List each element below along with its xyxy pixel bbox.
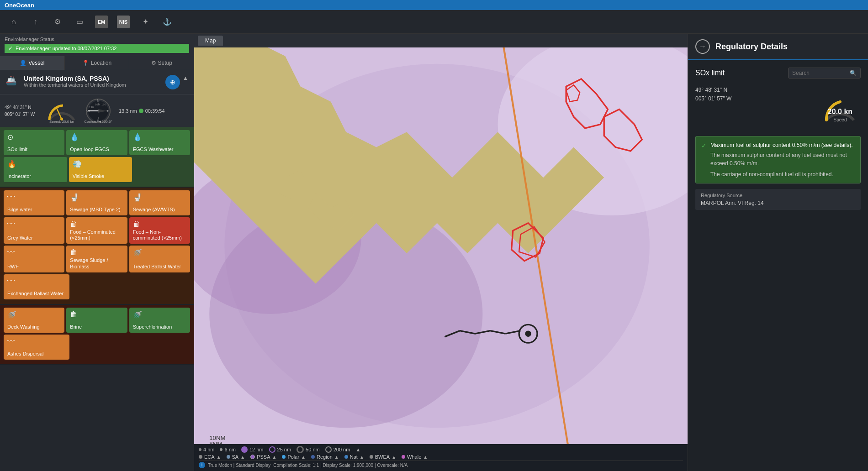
legend-25nm[interactable]: 25 nm xyxy=(269,446,291,453)
legend-region[interactable]: Region ▲ xyxy=(311,454,339,460)
legend-bwea[interactable]: BWEA ▲ xyxy=(370,454,396,460)
grey-water-cell[interactable]: 〰 Grey Water xyxy=(4,217,64,244)
right-coord-line1: 49° 48' 31" N xyxy=(695,86,731,94)
legend-12nm[interactable]: 12 nm xyxy=(241,446,264,453)
tab-location[interactable]: 📍 Location xyxy=(65,56,130,70)
tab-vessel[interactable]: 👤 Vessel xyxy=(0,56,65,70)
incinerator-label: Incinerator xyxy=(7,173,31,179)
orange-row-1: 〰 Bilge water 🚽 Sewage (MSD Type 2) 🚽 Se… xyxy=(4,190,190,215)
bilge-water-icon: 〰 xyxy=(7,193,15,201)
ship-icon: 🚢 xyxy=(5,75,20,89)
rwf-cell[interactable]: 〰 RWF xyxy=(4,246,64,272)
legend-whale[interactable]: Whale ▲ xyxy=(402,454,428,460)
right-coord-line2: 005° 01' 57" W xyxy=(695,94,731,103)
legend-sa[interactable]: SA ▲ xyxy=(227,454,245,460)
incinerator-cell[interactable]: 🔥 Incinerator xyxy=(4,157,67,182)
legend-nat[interactable]: Nat ▲ xyxy=(344,454,364,460)
target-button[interactable]: ⊕ xyxy=(165,75,180,89)
superchlorination-cell[interactable]: 🚿 Superchlorination xyxy=(129,308,190,333)
svg-text:Speed: 20.0 kn: Speed: 20.0 kn xyxy=(49,120,74,123)
nav-em-badge[interactable]: EM xyxy=(95,16,108,28)
nav-tablet-icon[interactable]: ▭ xyxy=(73,16,86,28)
orange-spacer1 xyxy=(71,274,130,299)
superchlorination-label: Superchlorination xyxy=(133,324,172,330)
treated-ballast-icon: 🚿 xyxy=(133,248,142,257)
deck-washing-cell[interactable]: 🚿 Deck Washing xyxy=(4,308,64,333)
legend-polar[interactable]: Polar ▲ xyxy=(282,454,306,460)
visible-smoke-cell[interactable]: 💨 Visible Smoke xyxy=(69,157,132,182)
right-arrow-icon[interactable]: → xyxy=(695,39,710,54)
sewage-sludge-cell[interactable]: 🗑 Sewage Sludge / Biomass xyxy=(66,246,127,272)
food-comminuted-cell[interactable]: 🗑 Food – Comminuted (<25mm) xyxy=(66,217,127,244)
legend-expand-button[interactable]: ▲ xyxy=(355,447,360,452)
map-canvas[interactable]: N 10NM 8NM 6NM xyxy=(194,47,688,444)
brine-cell[interactable]: 🗑 Brine xyxy=(66,308,127,333)
svg-point-31 xyxy=(525,331,531,337)
sa-chevron: ▲ xyxy=(240,455,245,460)
svg-text:N: N xyxy=(97,99,100,103)
open-loop-icon: 💧 xyxy=(70,133,79,141)
red-section: ▲ 🚿 Deck Washing 🗑 Brine 🚿 Superchlorina… xyxy=(0,305,194,365)
legend-eca[interactable]: ECA ▲ xyxy=(199,454,221,460)
status-indicator: EnviroManager: updated to 08/07/2021 07:… xyxy=(5,44,189,53)
nav-nis-badge[interactable]: NIS xyxy=(117,16,130,28)
nav-sync-icon[interactable]: ↑ xyxy=(29,16,42,28)
egcs-washwater-label: EGCS Washwater xyxy=(133,147,174,152)
orange-row-4: 〰 Exchanged Ballast Water xyxy=(4,274,190,299)
rwf-icon: 〰 xyxy=(7,248,15,256)
tab-setup[interactable]: ⚙ Setup xyxy=(129,56,194,70)
info-sub1: The maximum sulphur content of any fuel … xyxy=(710,151,855,167)
sewage-msd-cell[interactable]: 🚽 Sewage (MSD Type 2) xyxy=(66,190,127,215)
status-bar: EnviroManager Status EnviroManager: upda… xyxy=(0,34,194,56)
right-panel: → Regulatory Details SOx limit 🔍 49° 48'… xyxy=(688,34,868,471)
bilge-water-cell[interactable]: 〰 Bilge water xyxy=(4,190,64,215)
open-loop-egcs-cell[interactable]: 💧 Open-loop EGCS xyxy=(66,130,127,155)
nav-home-icon[interactable]: ⌂ xyxy=(7,16,20,28)
legend-25nm-circle xyxy=(269,446,275,453)
nav-wheel-icon[interactable]: ⚙ xyxy=(51,16,64,28)
whale-chevron: ▲ xyxy=(423,455,428,460)
svg-text:160: 160 xyxy=(95,103,100,106)
legend-4nm[interactable]: 4 nm xyxy=(199,447,214,452)
legend-nat-label: Nat xyxy=(350,454,358,460)
ashes-dispersal-cell[interactable]: 〰 Ashes Dispersal xyxy=(4,335,69,360)
sox-limit-icon: ⊙ xyxy=(7,133,13,141)
legend-pssa-label: PSSA xyxy=(257,454,270,460)
map-tab[interactable]: Map xyxy=(198,36,223,46)
map-info-text1: True Motion | Standard Display xyxy=(208,463,270,468)
food-non-comminuted-cell[interactable]: 🗑 Food – Non-comminuted (>25mm) xyxy=(129,217,190,244)
collapse-location-button[interactable]: ▲ xyxy=(183,75,188,81)
main-layout: EnviroManager Status EnviroManager: upda… xyxy=(0,34,868,471)
reg-source-section: Regulatory Source MARPOL Ann. VI Reg. 14 xyxy=(695,189,861,210)
food-non-comminuted-label: Food – Non-comminuted (>25mm) xyxy=(133,229,186,241)
nav-compass-icon[interactable]: ✦ xyxy=(139,16,152,28)
svg-text:Course: ◄260.6°: Course: ◄260.6° xyxy=(84,120,112,123)
brine-icon: 🗑 xyxy=(70,310,77,319)
sox-limit-cell[interactable]: ⊙ SOx limit xyxy=(4,130,64,155)
sewage-awwts-label: Sewage (AWWTS) xyxy=(133,207,175,213)
legend-200nm[interactable]: 200 nm xyxy=(325,446,350,453)
treated-ballast-cell[interactable]: 🚿 Treated Ballast Water xyxy=(129,246,190,272)
open-loop-label: Open-loop EGCS xyxy=(70,147,109,152)
legend-50nm[interactable]: 50 nm xyxy=(296,446,320,453)
search-box: 🔍 xyxy=(788,68,861,78)
search-input[interactable] xyxy=(792,70,847,76)
green-row-2: 🔥 Incinerator 💨 Visible Smoke xyxy=(4,157,190,182)
nav-anchor-icon[interactable]: ⚓ xyxy=(161,16,174,28)
svg-text:130: 130 xyxy=(89,106,94,109)
egcs-washwater-cell[interactable]: 💧 EGCS Washwater xyxy=(129,130,190,155)
legend-6nm[interactable]: 6 nm xyxy=(220,447,235,452)
coord-display: 49° 48' 31" N 005° 01' 57" W xyxy=(5,104,41,118)
orange-row-3: 〰 RWF 🗑 Sewage Sludge / Biomass 🚿 Treate… xyxy=(4,246,190,272)
map-area: Map xyxy=(194,34,688,471)
legend-pssa[interactable]: PSSA ▲ xyxy=(250,454,276,460)
map-bottom: 4 nm 6 nm 12 nm 25 nm 50 nm xyxy=(194,444,688,471)
sewage-awwts-cell[interactable]: 🚽 Sewage (AWWTS) xyxy=(129,190,190,215)
speed-gauge: Speed: 20.0 kn xyxy=(46,98,78,123)
legend-whale-dot xyxy=(402,455,405,459)
app-title: OneOcean xyxy=(5,2,34,9)
legend-eca-dot xyxy=(199,455,202,459)
exchanged-ballast-cell[interactable]: 〰 Exchanged Ballast Water xyxy=(4,274,69,299)
red-row-2: 〰 Ashes Dispersal xyxy=(4,335,190,360)
setup-tab-icon: ⚙ xyxy=(151,60,156,66)
